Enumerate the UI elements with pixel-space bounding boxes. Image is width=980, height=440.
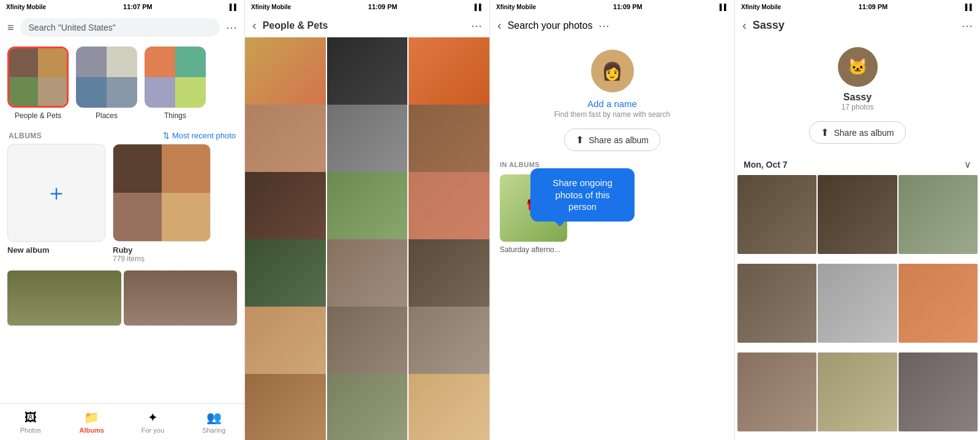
sort-icon: ⇅ — [163, 131, 170, 140]
ruby-q2 — [162, 144, 210, 193]
photos-nav-label: Photos — [20, 427, 41, 434]
ruby-album-name: Ruby — [113, 245, 211, 255]
sassy-name: Sassy — [843, 92, 872, 103]
albums-nav-label: Albums — [79, 427, 104, 434]
cat-thumb-q3 — [9, 77, 38, 106]
cat-places-q3 — [76, 77, 107, 108]
cat-thumb-q1 — [9, 48, 38, 77]
share-album-button-3[interactable]: ⬆ Share as album — [564, 129, 660, 151]
ruby-q1 — [113, 144, 162, 193]
sassy-photo-3[interactable] — [899, 175, 978, 254]
most-recent-label: Most recent photo — [172, 131, 236, 140]
sassy-photo-2[interactable] — [818, 175, 897, 254]
nav-for-you[interactable]: ✦ For you — [123, 404, 184, 440]
ruby-collage — [113, 144, 210, 241]
panel-albums: Xfinity Mobile 11:07 PM ▌▌ ≡ Search "Uni… — [0, 0, 245, 440]
carrier-4: Xfinity Mobile — [741, 4, 781, 10]
status-bar-4: Xfinity Mobile 11:09 PM ▌▌ — [735, 0, 980, 13]
bottom-photo-2[interactable] — [124, 270, 238, 326]
cat-places-q2 — [107, 47, 137, 77]
cat-things-q3 — [145, 77, 175, 108]
ruby-album-thumb — [113, 144, 211, 242]
battery-3: ▌▌ — [720, 4, 728, 10]
add-name-link[interactable]: Add a name — [587, 99, 637, 109]
cat-things-q1 — [145, 47, 175, 77]
sassy-photo-6[interactable] — [899, 264, 978, 343]
grid-photo-17[interactable] — [327, 374, 408, 440]
ruby-album-card[interactable]: Ruby 779 items — [113, 144, 211, 263]
search-input[interactable]: Search "United States" — [20, 18, 220, 37]
sassy-photo-8[interactable] — [818, 352, 897, 431]
sassy-person-section: 🐱 Sassy 17 photos ⬆ Share as album — [735, 37, 980, 154]
nav-sharing[interactable]: 👥 Sharing — [183, 404, 244, 440]
category-people-pets[interactable]: People & Pets — [7, 47, 69, 120]
share-icon-3: ⬆ — [576, 134, 584, 146]
new-album-name: New album — [7, 245, 105, 255]
tooltip-container: 🌹 Saturday afterno... Share ongoing phot… — [500, 174, 567, 254]
person-face: 👩 — [591, 50, 634, 92]
nav-albums[interactable]: 📁 Albums — [61, 404, 123, 440]
carrier-2: Xfinity Mobile — [251, 4, 291, 10]
more-icon-1[interactable]: ⋯ — [226, 21, 237, 34]
sassy-photo-count: 17 photos — [842, 103, 874, 111]
most-recent-action[interactable]: ⇅ Most recent photo — [163, 131, 236, 140]
plus-icon: ＋ — [45, 178, 67, 208]
back-button-3[interactable]: ‹ — [497, 18, 502, 32]
panel-sassy: Xfinity Mobile 11:09 PM ▌▌ ‹ Sassy ⋯ 🐱 S… — [735, 0, 980, 440]
photos-nav-icon: 🖼 — [24, 411, 37, 425]
sassy-photo-1[interactable] — [737, 175, 816, 254]
sharing-nav-label: Sharing — [202, 427, 225, 434]
sassy-photo-9[interactable] — [899, 352, 978, 431]
category-thumb-people-pets — [7, 47, 69, 108]
grid-photo-16[interactable] — [245, 374, 326, 440]
back-button-2[interactable]: ‹ — [252, 18, 257, 32]
person-detail: 👩 Add a name Find them fast by name with… — [490, 37, 734, 151]
sassy-avatar: 🐱 — [838, 47, 878, 87]
panel-search: Xfinity Mobile 11:09 PM ▌▌ ‹ Search your… — [490, 0, 735, 440]
sassy-header: ‹ Sassy ⋯ — [735, 13, 980, 37]
category-things[interactable]: Things — [145, 47, 206, 120]
grid-photo-18[interactable] — [409, 374, 489, 440]
categories-row: People & Pets Places Things — [0, 42, 244, 125]
more-icon-2[interactable]: ⋯ — [471, 19, 482, 32]
category-thumb-places — [76, 47, 137, 108]
people-pets-header: ‹ People & Pets ⋯ — [245, 13, 489, 37]
albums-section-title: ALBUMS — [9, 132, 42, 140]
battery-2: ▌▌ — [475, 4, 483, 10]
bottom-photos — [0, 263, 244, 403]
expand-icon[interactable]: ∨ — [964, 158, 971, 170]
status-bar-2: Xfinity Mobile 11:09 PM ▌▌ — [245, 0, 489, 13]
time-2: 11:09 PM — [368, 3, 398, 10]
battery-1: ▌▌ — [230, 4, 238, 10]
new-album-card[interactable]: ＋ New album — [7, 144, 105, 263]
nav-photos[interactable]: 🖼 Photos — [0, 404, 61, 440]
search-bar: ≡ Search "United States" ⋯ — [0, 13, 244, 42]
person-avatar: 👩 — [591, 50, 634, 92]
bottom-photo-1[interactable] — [7, 270, 121, 326]
category-label-people-pets: People & Pets — [15, 111, 61, 120]
status-bar-1: Xfinity Mobile 11:07 PM ▌▌ — [0, 0, 244, 13]
search-photos-input[interactable]: Search your photos — [508, 20, 593, 31]
sassy-photo-5[interactable] — [818, 264, 897, 343]
time-4: 11:09 PM — [859, 3, 888, 10]
album-name-panel3: Saturday afterno... — [500, 245, 567, 254]
more-icon-4[interactable]: ⋯ — [962, 19, 973, 32]
tooltip-bubble: Share ongoing photos of this person — [530, 168, 635, 222]
sassy-photo-4[interactable] — [737, 264, 816, 343]
category-label-places: Places — [96, 111, 118, 120]
category-thumb-things — [145, 47, 206, 108]
people-pets-title: People & Pets — [263, 20, 465, 31]
category-places[interactable]: Places — [76, 47, 137, 120]
carrier-3: Xfinity Mobile — [496, 4, 536, 10]
ruby-q3 — [113, 193, 162, 241]
sassy-title: Sassy — [753, 19, 956, 32]
category-label-things: Things — [164, 111, 186, 120]
back-button-4[interactable]: ‹ — [742, 18, 747, 32]
menu-icon[interactable]: ≡ — [7, 21, 14, 34]
share-album-label-4: Share as album — [834, 128, 894, 138]
sassy-date-label: Mon, Oct 7 — [744, 160, 788, 170]
sassy-photo-7[interactable] — [737, 352, 816, 431]
people-pets-photo-grid — [245, 37, 489, 440]
share-album-button-4[interactable]: ⬆ Share as album — [809, 121, 905, 144]
more-icon-3[interactable]: ⋯ — [598, 19, 609, 32]
